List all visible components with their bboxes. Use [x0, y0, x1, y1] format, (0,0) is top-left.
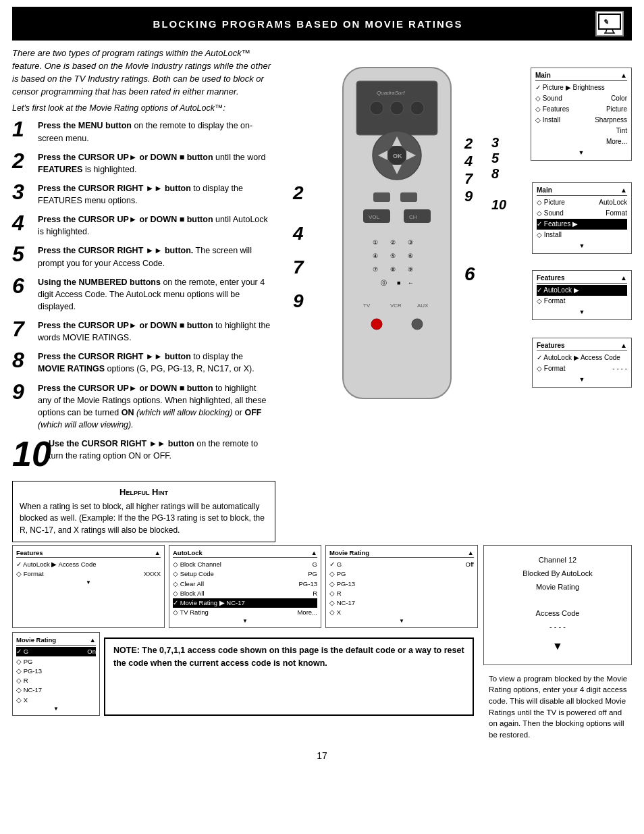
bottom-row-2: Movie Rating▲ ✓ GOn ◇ PG ◇ PG-13 ◇ R ◇ N… — [12, 632, 478, 715]
panel-autolock-menu: AutoLock▲ ◇ Block ChannelG ◇ Setup CodeP… — [169, 545, 321, 628]
channel-line5: - - - - — [491, 621, 624, 634]
svg-text:⓪: ⓪ — [381, 280, 387, 286]
svg-text:⑧: ⑧ — [390, 266, 396, 273]
step-num-4: 4 — [12, 212, 34, 234]
svg-text:⑦: ⑦ — [373, 266, 378, 273]
svg-text:CH: CH — [409, 214, 417, 220]
side-note: To view a program blocked by the Movie R… — [489, 671, 632, 744]
right-side-bottom: Channel 12 Blocked By AutoLock Movie Rat… — [483, 545, 632, 744]
remote-step-label-3: 35810 — [491, 135, 506, 213]
svg-point-9 — [390, 101, 404, 115]
step-num-10: 10 — [12, 436, 45, 471]
step-6: 6 Using the NUMBERED buttons on the remo… — [12, 276, 271, 313]
svg-text:VCR: VCR — [390, 303, 402, 309]
hint-title: Helpful Hint — [20, 487, 268, 497]
step-num-9: 9 — [12, 381, 34, 402]
step-5: 5 Press the CURSOR RIGHT ►► button. The … — [12, 244, 271, 269]
step-text-6: Using the NUMBERED buttons on the remote… — [38, 276, 271, 313]
panel-movie-rating-on: Movie Rating▲ ✓ GOn ◇ PG ◇ PG-13 ◇ R ◇ N… — [12, 632, 100, 715]
svg-text:④: ④ — [373, 253, 378, 259]
svg-point-39 — [371, 319, 382, 330]
svg-text:VOL: VOL — [369, 214, 380, 220]
left-column: There are two types of program ratings w… — [12, 47, 275, 542]
remote-step-2: 2 — [293, 182, 304, 204]
step-num-3: 3 — [12, 181, 34, 203]
svg-text:⑨: ⑨ — [408, 266, 413, 273]
step-3: 3 Press the CURSOR RIGHT ►► button to di… — [12, 182, 271, 207]
channel-line1: Channel 12 — [491, 554, 624, 567]
intro-paragraph: There are two types of program ratings w… — [12, 47, 275, 98]
svg-text:①: ① — [373, 239, 378, 246]
svg-text:✎: ✎ — [603, 18, 609, 26]
page-header: Blocking Programs Based on Movie Ratings… — [12, 7, 632, 41]
svg-text:←: ← — [408, 280, 414, 286]
bottom-left-panels: Features▲ ✓ AutoLock ▶ Access Code ◇ For… — [12, 545, 478, 744]
hint-box: Helpful Hint When a rating is set to blo… — [12, 481, 275, 542]
header-title: Blocking Programs Based on Movie Ratings — [20, 18, 595, 30]
svg-text:③: ③ — [408, 239, 413, 246]
header-icon: ✎ — [595, 11, 624, 36]
step-7: 7 Press the CURSOR UP► or DOWN ■ button … — [12, 319, 271, 344]
panel-main-menu: Main▲ ✓ Picture ▶ Brightness ◇ SoundColo… — [531, 68, 632, 161]
svg-rect-19 — [400, 192, 417, 202]
bottom-section: Features▲ ✓ AutoLock ▶ Access Code ◇ For… — [0, 545, 644, 744]
right-column: QuadraSurf OK — [275, 47, 632, 542]
step-num-5: 5 — [12, 243, 34, 265]
step-num-8: 8 — [12, 349, 34, 371]
remote-step-9: 9 — [293, 290, 304, 312]
remote-area: QuadraSurf OK — [282, 47, 632, 425]
svg-text:⑥: ⑥ — [408, 253, 413, 259]
panel-access-code: Features▲ ✓ AutoLock ▶ Access Code ◇ For… — [532, 338, 632, 388]
svg-point-40 — [412, 319, 423, 330]
step-4: 4 Press the CURSOR UP► or DOWN ■ button … — [12, 213, 271, 238]
step-text-5: Press the CURSOR RIGHT ►► button. The sc… — [38, 244, 271, 269]
remote-step-7: 7 — [293, 257, 304, 278]
step-8: 8 Press the CURSOR RIGHT ►► button to di… — [12, 350, 271, 375]
remote-step-4: 4 — [293, 223, 304, 244]
step-num-6: 6 — [12, 275, 34, 296]
step-text-7: Press the CURSOR UP► or DOWN ■ button to… — [38, 319, 271, 344]
bottom-row-1: Features▲ ✓ AutoLock ▶ Access Code ◇ For… — [12, 545, 478, 628]
svg-text:AUX: AUX — [417, 303, 429, 309]
svg-text:QuadraSurf: QuadraSurf — [377, 90, 405, 96]
svg-text:TV: TV — [363, 303, 371, 309]
step-text-10: Use the CURSOR RIGHT ►► button on the re… — [49, 438, 271, 462]
step-num-2: 2 — [12, 150, 34, 172]
step-text-9: Press the CURSOR UP► or DOWN ■ button to… — [38, 382, 271, 432]
svg-point-10 — [410, 101, 424, 115]
step-text-2: Press the CURSOR UP► or DOWN ■ button un… — [38, 151, 271, 176]
step-1: 1 Press the MENU button on the remote to… — [12, 120, 271, 144]
channel-line4: Access Code — [491, 607, 624, 621]
panel-access-xxxx: Features▲ ✓ AutoLock ▶ Access Code ◇ For… — [12, 545, 165, 628]
step-num-7: 7 — [12, 318, 34, 340]
steps-container: 1 Press the MENU button on the remote to… — [12, 120, 275, 471]
step-text-8: Press the CURSOR RIGHT ►► button to disp… — [38, 350, 271, 375]
intro-sub: Let's first look at the Movie Rating opt… — [12, 103, 275, 113]
panel-features-menu: Features▲ ✓ AutoLock ▶ ◇ Format ▼ — [532, 270, 632, 320]
panel-movie-rating-list: Movie Rating▲ ✓ GOff ◇ PG ◇ PG-13 ◇ R ◇ … — [325, 545, 478, 628]
channel-line3: Movie Rating — [491, 581, 624, 594]
channel-line2: Blocked By AutoLock — [491, 567, 624, 581]
svg-rect-21 — [404, 209, 431, 223]
step-text-4: Press the CURSOR UP► or DOWN ■ button un… — [38, 213, 271, 238]
svg-rect-0 — [599, 14, 620, 29]
step-10: 10 Use the CURSOR RIGHT ►► button on the… — [12, 438, 271, 471]
channel-blocked-panel: Channel 12 Blocked By AutoLock Movie Rat… — [483, 545, 632, 665]
svg-text:■: ■ — [397, 280, 400, 286]
svg-rect-18 — [373, 192, 390, 202]
svg-point-8 — [370, 101, 383, 115]
step-text-3: Press the CURSOR RIGHT ►► button to disp… — [38, 182, 271, 207]
hint-text: When a rating is set to block, all highe… — [20, 501, 268, 536]
step-2: 2 Press the CURSOR UP► or DOWN ■ button … — [12, 151, 271, 176]
svg-text:②: ② — [390, 239, 396, 246]
panel-features-highlighted: Main▲ ◇ PictureAutoLock ◇ SoundFormat ✓ … — [532, 182, 632, 254]
main-layout: There are two types of program ratings w… — [0, 47, 644, 542]
svg-text:⑤: ⑤ — [390, 253, 396, 259]
step-text-1: Press the MENU button on the remote to d… — [38, 120, 271, 144]
remote-image: QuadraSurf OK — [323, 61, 471, 414]
page-number: 17 — [0, 750, 644, 761]
step-9: 9 Press the CURSOR UP► or DOWN ■ button … — [12, 382, 271, 432]
note-box: NOTE: The 0,7,1,1 access code shown on t… — [104, 637, 474, 715]
note-text: NOTE: The 0,7,1,1 access code shown on t… — [113, 646, 464, 668]
svg-text:OK: OK — [393, 153, 402, 159]
